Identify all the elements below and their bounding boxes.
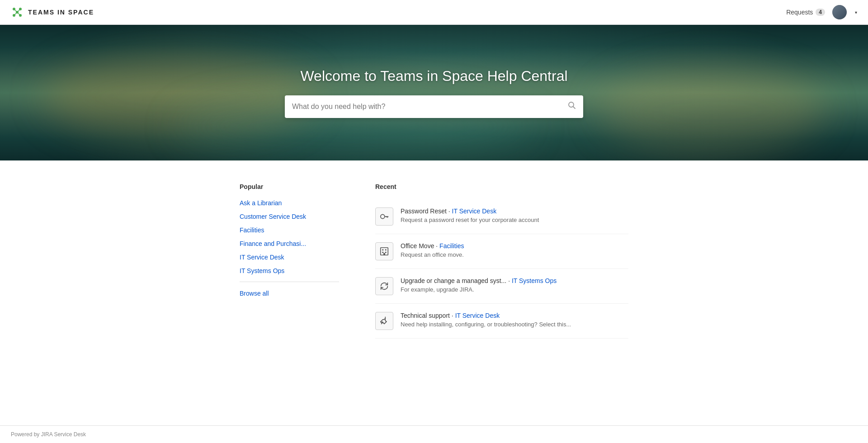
recent-item-icon xyxy=(375,207,393,226)
logo-area: Teams in Space xyxy=(11,6,94,19)
popular-item[interactable]: Ask a Librarian xyxy=(240,199,339,207)
header-right: Requests 4 ▾ xyxy=(786,5,857,19)
popular-title: Popular xyxy=(240,183,339,190)
recent-item-category: Facilities xyxy=(439,242,464,250)
footer-text: Powered by JIRA Service Desk xyxy=(11,431,86,438)
svg-rect-20 xyxy=(383,253,385,255)
recent-title: Recent xyxy=(375,183,628,190)
recent-item-description: For example, upgrade JIRA. xyxy=(401,286,628,293)
logo-icon xyxy=(11,6,24,19)
recent-item-category: IT Service Desk xyxy=(452,207,497,215)
popular-item[interactable]: Facilities xyxy=(240,226,339,234)
popular-section: Popular Ask a LibrarianCustomer Service … xyxy=(240,183,339,339)
recent-item-description: Need help installing, configuring, or tr… xyxy=(401,321,628,328)
search-bar xyxy=(285,95,583,118)
search-input[interactable] xyxy=(292,103,568,111)
svg-point-11 xyxy=(381,214,385,218)
popular-item[interactable]: Customer Service Desk xyxy=(240,213,339,220)
popular-list: Ask a LibrarianCustomer Service DeskFaci… xyxy=(240,199,339,274)
svg-line-6 xyxy=(17,9,20,12)
recent-item-title: Technical support · IT Service Desk xyxy=(401,312,628,319)
user-avatar[interactable] xyxy=(832,5,847,19)
svg-line-10 xyxy=(573,107,576,109)
recent-item-icon xyxy=(375,277,393,295)
recent-section: Recent Password Reset · IT Service Desk … xyxy=(375,183,628,339)
main-content: Popular Ask a LibrarianCustomer Service … xyxy=(0,160,868,366)
recent-item-info: Office Move · Facilities Request an offi… xyxy=(401,242,628,258)
recent-item[interactable]: Office Move · Facilities Request an offi… xyxy=(375,234,628,269)
svg-rect-17 xyxy=(385,249,387,250)
avatar-dropdown-icon[interactable]: ▾ xyxy=(855,10,857,15)
hero-cloud-2 xyxy=(599,66,825,156)
popular-item[interactable]: IT Systems Ops xyxy=(240,267,339,274)
recent-item-title: Upgrade or change a managed syst... · IT… xyxy=(401,277,628,284)
requests-badge: 4 xyxy=(816,9,825,16)
search-icon xyxy=(568,101,576,112)
logo-text: Teams in Space xyxy=(28,9,94,16)
footer: Powered by JIRA Service Desk xyxy=(0,425,868,443)
recent-item-category: IT Systems Ops xyxy=(512,277,557,284)
avatar-image xyxy=(832,5,847,19)
svg-line-8 xyxy=(17,12,20,15)
requests-label: Requests xyxy=(786,9,813,16)
recent-item-icon xyxy=(375,242,393,260)
recent-item-title: Password Reset · IT Service Desk xyxy=(401,207,628,215)
recent-item-title: Office Move · Facilities xyxy=(401,242,628,250)
hero-title: Welcome to Teams in Space Help Central xyxy=(300,68,567,85)
svg-line-7 xyxy=(14,12,17,15)
popular-item[interactable]: IT Service Desk xyxy=(240,254,339,261)
recent-item-info: Technical support · IT Service Desk Need… xyxy=(401,312,628,328)
recent-item-icon xyxy=(375,312,393,330)
svg-rect-19 xyxy=(385,252,387,253)
hero-section: Welcome to Teams in Space Help Central xyxy=(0,25,868,160)
recent-item-info: Upgrade or change a managed syst... · IT… xyxy=(401,277,628,293)
recent-item[interactable]: Technical support · IT Service Desk Need… xyxy=(375,304,628,339)
recent-item-category: IT Service Desk xyxy=(455,312,500,319)
svg-line-5 xyxy=(14,9,17,12)
svg-rect-18 xyxy=(382,252,383,253)
browse-all-link[interactable]: Browse all xyxy=(240,290,269,297)
recent-item-info: Password Reset · IT Service Desk Request… xyxy=(401,207,628,223)
recent-list: Password Reset · IT Service Desk Request… xyxy=(375,199,628,339)
svg-rect-16 xyxy=(382,249,383,250)
header: Teams in Space Requests 4 ▾ xyxy=(0,0,868,25)
popular-divider xyxy=(240,282,339,282)
recent-item-description: Request an office move. xyxy=(401,251,628,258)
recent-item-description: Request a password reset for your corpor… xyxy=(401,217,628,223)
popular-item[interactable]: Finance and Purchasi... xyxy=(240,240,339,247)
recent-item[interactable]: Upgrade or change a managed syst... · IT… xyxy=(375,269,628,304)
requests-button[interactable]: Requests 4 xyxy=(786,9,825,16)
hero-content: Welcome to Teams in Space Help Central xyxy=(285,68,583,118)
recent-item[interactable]: Password Reset · IT Service Desk Request… xyxy=(375,199,628,234)
